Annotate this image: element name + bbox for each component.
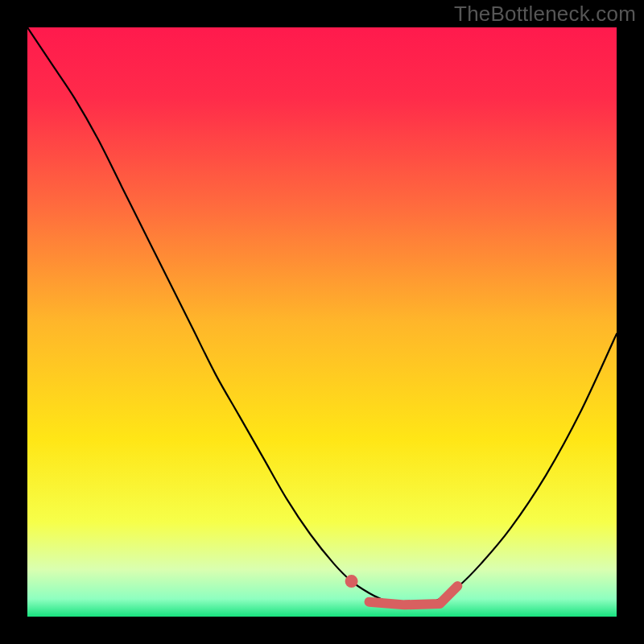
watermark-label: TheBottleneck.com	[454, 2, 636, 27]
marker-dot	[345, 575, 358, 588]
curve-layer	[27, 27, 617, 617]
bottleneck-curve	[27, 27, 617, 605]
chart-frame: TheBottleneck.com	[0, 0, 644, 644]
marker-flat-region	[369, 586, 458, 605]
plot-area	[27, 27, 617, 617]
